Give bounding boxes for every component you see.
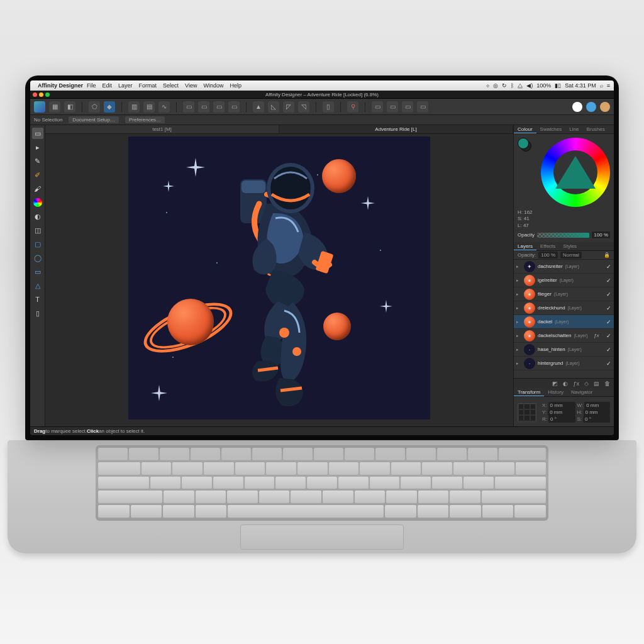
pencil-tool[interactable]: ✐ — [32, 169, 43, 180]
preferences-button[interactable]: Preferences… — [125, 116, 165, 123]
arrange-1-icon[interactable]: ▭ — [183, 101, 194, 113]
arrange-3-icon[interactable]: ▭ — [213, 101, 225, 113]
layer-row[interactable]: ▸●dreieckhund (Layer)✓ — [514, 301, 614, 315]
rounded-rect-tool[interactable]: ▭ — [32, 266, 43, 277]
persona-pixel-icon[interactable]: ◧ — [64, 101, 75, 113]
move-tool[interactable]: ▭ — [32, 128, 43, 139]
minimize-window-button[interactable] — [39, 92, 43, 97]
disclose-icon[interactable]: ▸ — [516, 292, 521, 297]
opacity-value[interactable]: 100 % — [592, 231, 610, 238]
layer-row[interactable]: ▸●igelreiter (Layer)✓ — [514, 274, 614, 287]
colour-triangle[interactable] — [555, 156, 596, 189]
layer-visibility-check[interactable]: ✓ — [606, 305, 611, 311]
rectangle-tool[interactable]: ▢ — [32, 238, 43, 250]
battery-percent[interactable]: 100% — [536, 82, 551, 89]
ellipse-tool[interactable]: ◯ — [32, 252, 43, 264]
view-mode-3-icon[interactable] — [600, 102, 610, 112]
menu-format[interactable]: Format — [139, 82, 157, 89]
sync-icon[interactable]: ↻ — [502, 82, 507, 89]
layer-visibility-check[interactable]: ✓ — [606, 291, 611, 297]
add-layer-icon[interactable]: ▤ — [594, 380, 599, 387]
disclose-icon[interactable]: ▸ — [516, 264, 521, 269]
document-tab-2[interactable]: Adventure Ride [L] — [279, 125, 513, 133]
colour-wheel[interactable] — [541, 138, 610, 207]
transform-s[interactable]: 0 ° — [583, 416, 610, 423]
spline-icon[interactable]: ∿ — [158, 101, 170, 113]
layer-fx-icon[interactable]: ƒx — [594, 333, 599, 338]
boolean-add-icon[interactable]: ▲ — [253, 101, 264, 113]
disclose-icon[interactable]: ▸ — [516, 306, 521, 311]
layer-visibility-check[interactable]: ✓ — [606, 277, 611, 284]
tab-colour[interactable]: Colour — [514, 125, 536, 133]
layer-row[interactable]: ▸●flieger (Layer)✓ — [514, 287, 614, 301]
bluetooth-icon[interactable]: ᛒ — [511, 82, 514, 89]
tab-effects[interactable]: Effects — [536, 242, 559, 250]
spotlight-icon[interactable]: ⌕ — [600, 82, 603, 89]
transform-w[interactable]: 0 mm — [584, 402, 610, 409]
transparency-tool[interactable]: ◐ — [32, 211, 43, 222]
astronaut-artwork[interactable] — [204, 144, 361, 414]
tab-transform[interactable]: Transform — [514, 388, 544, 396]
menu-view[interactable]: View — [185, 82, 197, 89]
adjustment-icon[interactable]: ◐ — [563, 380, 568, 387]
layer-row[interactable]: ▸·hase_hinten (Layer)✓ — [514, 343, 614, 357]
layer-visibility-check[interactable]: ✓ — [606, 360, 611, 367]
layer-row[interactable]: ▸●dackel (Layer)✓ — [514, 315, 614, 329]
fx-icon[interactable]: ƒx — [573, 380, 579, 387]
fill-tool[interactable] — [32, 197, 43, 208]
triangle-tool[interactable]: △ — [32, 280, 43, 291]
zoom-window-button[interactable] — [45, 92, 50, 97]
cc-icon[interactable]: ◎ — [493, 82, 498, 89]
artboard[interactable] — [128, 136, 430, 419]
wifi-icon[interactable]: ⧋ — [518, 82, 523, 89]
boolean-xor-icon[interactable]: ◹ — [298, 101, 309, 113]
layer-visibility-check[interactable]: ✓ — [606, 347, 611, 353]
tab-navigator[interactable]: Navigator — [567, 388, 596, 396]
volume-icon[interactable]: ◀) — [526, 82, 533, 89]
boolean-intersect-icon[interactable]: ◸ — [283, 101, 294, 113]
tab-history[interactable]: History — [544, 388, 567, 396]
document-tab-1[interactable]: test1 [M] — [45, 125, 279, 133]
blend-mode-dropdown[interactable]: Normal — [560, 252, 582, 258]
dropbox-icon[interactable]: ⟐ — [486, 82, 489, 89]
artboard-tool[interactable]: ▸ — [32, 142, 43, 153]
tab-line[interactable]: Line — [565, 125, 582, 133]
arrange-4-icon[interactable]: ▭ — [228, 101, 240, 113]
delete-layer-icon[interactable]: 🗑 — [604, 380, 610, 387]
distribute-icon[interactable]: ▯ — [323, 101, 334, 113]
align-left-icon[interactable]: ▥ — [128, 101, 140, 113]
menu-window[interactable]: Window — [203, 82, 223, 89]
disclose-icon[interactable]: ▸ — [516, 333, 521, 338]
disclose-icon[interactable]: ▸ — [516, 347, 521, 352]
tag-icon[interactable]: ◇ — [584, 380, 589, 387]
disclose-icon[interactable]: ▸ — [516, 361, 521, 366]
clock[interactable]: Sat 4:31 PM — [565, 82, 596, 89]
tab-styles[interactable]: Styles — [559, 242, 580, 250]
align-center-icon[interactable]: ▤ — [143, 101, 155, 113]
battery-icon[interactable]: ▮▯ — [555, 82, 561, 89]
fill-stroke-swatch[interactable] — [518, 138, 531, 152]
opacity-slider[interactable] — [537, 233, 589, 238]
crop-tool[interactable]: ◫ — [32, 225, 43, 236]
boolean-subtract-icon[interactable]: ◺ — [268, 101, 279, 113]
pen-tool[interactable]: ✎ — [32, 155, 43, 167]
anchor-selector[interactable] — [518, 403, 536, 422]
layer-opacity-field[interactable]: 100 % — [538, 252, 558, 258]
order-forward-icon[interactable]: ▭ — [402, 101, 413, 113]
disclose-icon[interactable]: ▸ — [516, 319, 521, 325]
snapping-icon[interactable]: ⚲ — [347, 101, 358, 113]
transform-y[interactable]: 0 mm — [548, 409, 575, 416]
order-back-icon[interactable]: ▭ — [372, 101, 383, 113]
menu-help[interactable]: Help — [230, 82, 242, 89]
layer-row[interactable]: ▸●dackelschatten (Layer)ƒx✓ — [514, 329, 614, 343]
layer-row[interactable]: ▸·hintergrund (Layer)✓ — [514, 357, 614, 370]
layer-visibility-check[interactable]: ✓ — [606, 333, 611, 339]
notifications-icon[interactable]: ≡ — [607, 82, 610, 89]
view-mode-1-icon[interactable] — [572, 102, 582, 112]
persona-vector-icon[interactable]: ▦ — [49, 101, 60, 113]
menu-layer[interactable]: Layer — [118, 82, 133, 89]
layer-row[interactable]: ▸✦dachsreiter (Layer)✓ — [514, 260, 614, 274]
tab-layers[interactable]: Layers — [514, 242, 536, 250]
menu-select[interactable]: Select — [163, 82, 179, 89]
mask-icon[interactable]: ◩ — [552, 380, 558, 387]
